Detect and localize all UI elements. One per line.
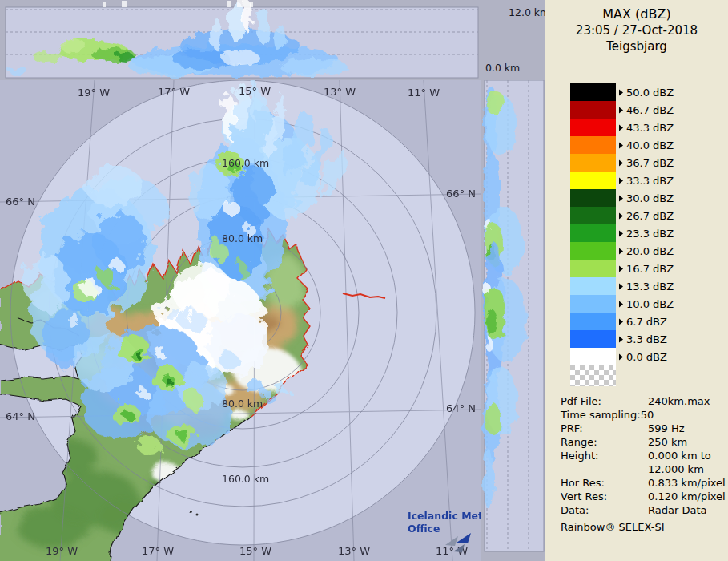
lat-label-right: 64° N [446,402,476,414]
metadata-row: Range:250 km [561,435,728,449]
legend-entry: 16.7 dBZ [570,260,616,277]
legend-swatch [570,119,616,136]
legend-entry: 50.0 dBZ [570,83,616,101]
legend-entry: 40.0 dBZ [570,136,616,154]
legend-label: 50.0 dBZ [619,87,674,99]
tick-arrow-icon [619,195,623,201]
radar-product-window: 12.0 km 0.0 km [0,0,728,561]
legend-entry: 0.0 dBZ [570,348,616,365]
tick-arrow-icon [619,336,623,342]
side-cross-section [481,80,545,561]
lon-label-bottom: 17° W [142,545,174,557]
tick-arrow-icon [619,142,623,148]
legend-label: 10.0 dBZ [619,298,674,310]
legend-entry: 20.0 dBZ [570,242,616,260]
lat-label-right: 66° N [446,188,476,200]
lon-label-top: 15° W [239,85,271,97]
radar-station-name: Teigsbjarg [545,38,728,54]
metadata: Pdf File:240km.maxTime sampling:50PRF:59… [561,394,728,517]
legend-entry: 33.3 dBZ [570,172,616,189]
metadata-row: Data:Radar Data [561,503,728,517]
lon-label-top: 19° W [78,87,110,99]
legend-swatch [570,295,616,313]
legend-label: 6.7 dBZ [619,316,667,328]
imo-logo-text-line2: Office [408,523,440,535]
lat-label-left: 66° N [6,196,35,208]
metadata-row: Vert Res:0.120 km/pixel [561,490,728,503]
legend-swatch [570,101,616,119]
legend-entry: 36.7 dBZ [570,154,616,172]
software-brand: Rainbow® SELEX-SI [561,520,728,534]
tick-arrow-icon [619,265,623,272]
tick-arrow-icon [619,248,623,254]
lon-label-top: 13° W [324,86,356,98]
legend-entry: 13.3 dBZ [570,277,616,295]
legend-swatch [570,313,616,330]
lon-label-bottom: 15° W [239,545,271,557]
legend-swatch [570,207,616,224]
radar-map: 19° W 17° W 15° W 13° W 11° W 19° W 17° … [0,80,481,561]
legend-label: 30.0 dBZ [619,192,674,204]
lon-label-top: 17° W [158,86,190,98]
legend-label: 23.3 dBZ [619,228,674,240]
height-axis-max-label: 12.0 km [509,6,549,18]
product-title: MAX (dBZ) [545,6,728,22]
range-ring-label: 160.0 km [222,157,269,169]
dbz-color-legend: 50.0 dBZ46.7 dBZ43.3 dBZ40.0 dBZ36.7 dBZ… [570,83,728,386]
tick-arrow-icon [619,353,623,360]
lon-label-bottom: 13° W [338,545,370,557]
tick-arrow-icon [619,124,623,131]
metadata-row: PRF:599 Hz [561,422,728,435]
legend-swatch [570,189,616,207]
legend-entry: 30.0 dBZ [570,189,616,207]
legend-label: 43.3 dBZ [619,122,674,134]
legend-swatch [570,260,616,277]
info-panel: MAX (dBZ) 23:05 / 27-Oct-2018 Teigsbjarg… [545,0,728,561]
imo-logo-text-line1: Icelandic Met [408,510,481,522]
legend-label: 16.7 dBZ [619,263,674,275]
lat-label-left: 64° N [6,410,35,422]
tick-arrow-icon [619,89,623,95]
tick-arrow-icon [619,283,623,289]
legend-swatch [570,277,616,295]
product-datetime: 23:05 / 27-Oct-2018 [545,22,728,38]
legend-entry: 10.0 dBZ [570,295,616,313]
legend-entry: 6.7 dBZ [570,313,616,330]
range-ring-label: 80.0 km [222,232,263,244]
tick-arrow-icon [619,230,623,236]
legend-swatch [570,83,616,101]
legend-label: 26.7 dBZ [619,210,674,222]
legend-label: 33.3 dBZ [619,175,674,187]
metadata-rows: Pdf File:240km.maxTime sampling:50PRF:59… [561,394,728,517]
legend-swatch [570,154,616,172]
legend-entry: 26.7 dBZ [570,207,616,224]
metadata-row: 12.000 km [561,462,728,476]
legend-label: 13.3 dBZ [619,280,674,293]
lon-label-top: 11° W [408,87,440,99]
legend-swatch [570,348,616,365]
tick-arrow-icon [619,107,623,113]
legend-swatch [570,224,616,242]
range-ring-label: 80.0 km [222,398,263,410]
metadata-row: Height:0.000 km to [561,449,728,462]
legend-entry: 46.7 dBZ [570,101,616,119]
legend-label: 36.7 dBZ [619,157,674,169]
below-threshold-swatch [570,365,616,386]
legend-entries: 50.0 dBZ46.7 dBZ43.3 dBZ40.0 dBZ36.7 dBZ… [570,83,728,365]
tick-arrow-icon [619,212,623,219]
tick-arrow-icon [619,301,623,307]
legend-label: 20.0 dBZ [619,245,674,257]
legend-label: 0.0 dBZ [619,351,667,363]
top-cross-section [0,0,481,80]
legend-swatch [570,330,616,348]
legend-swatch [570,242,616,260]
tick-arrow-icon [619,318,623,325]
tick-arrow-icon [619,159,623,166]
metadata-row: Hor Res:0.833 km/pixel [561,476,728,490]
range-ring-label: 160.0 km [222,473,269,485]
metadata-row: Time sampling:50 [561,408,728,422]
tick-arrow-icon [619,177,623,184]
legend-label: 40.0 dBZ [619,139,674,151]
legend-label: 46.7 dBZ [619,104,674,116]
height-axis-min-label: 0.0 km [485,62,520,74]
